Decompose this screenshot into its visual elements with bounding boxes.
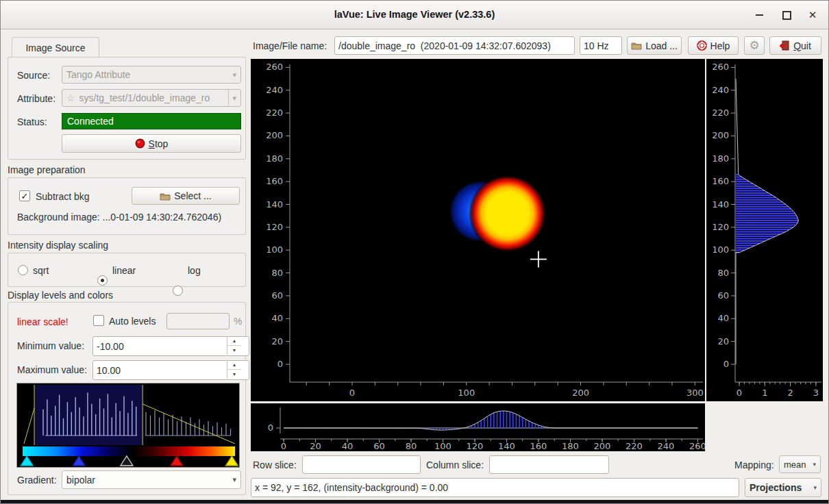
radio-sqrt-label: sqrt [33, 265, 49, 276]
projections-label: Projections [750, 482, 802, 493]
svg-text:240: 240 [712, 85, 729, 95]
svg-text:40: 40 [342, 441, 354, 451]
svg-text:60: 60 [271, 290, 283, 301]
svg-text:120: 120 [266, 222, 283, 232]
row-slice-input[interactable] [302, 455, 421, 474]
min-value-spinbox[interactable]: ▴▾ [92, 336, 241, 355]
min-value-label: Minimum value: [17, 340, 84, 351]
percent-label: % [234, 316, 242, 327]
subtract-bkg-checkbox[interactable]: ✓ [19, 190, 30, 201]
folder-icon [631, 41, 642, 50]
svg-text:100: 100 [434, 441, 451, 451]
load-button[interactable]: Load ... [627, 36, 682, 55]
background-image-info: Background image: ...0-01-09 14:30:24.76… [17, 212, 221, 223]
attribute-label: Attribute: [17, 93, 55, 104]
svg-text:220: 220 [712, 108, 729, 118]
radio-linear-label: linear [112, 265, 136, 276]
projections-combo[interactable]: Projections ▾ [745, 478, 821, 497]
svg-text:0: 0 [268, 423, 273, 433]
tab-image-source[interactable]: Image Source [12, 37, 99, 58]
minimize-icon [756, 14, 763, 16]
check-icon: ✓ [21, 191, 29, 201]
radio-log-label: log [188, 265, 201, 276]
svg-text:160: 160 [266, 176, 283, 186]
close-button[interactable]: ✕ [804, 8, 821, 23]
stop-button[interactable]: Stop [62, 134, 241, 153]
mapping-value: mean [784, 459, 806, 470]
attribute-combo[interactable]: ☆ sys/tg_test/1/double_image_ro ▾ [62, 89, 241, 107]
max-value-spinbox[interactable]: ▴▾ [92, 360, 241, 379]
chevron-down-icon: ▾ [813, 461, 816, 468]
maximize-icon [782, 11, 791, 20]
svg-text:220: 220 [266, 108, 283, 118]
svg-text:40: 40 [271, 313, 283, 323]
quit-label-rest: uit [801, 40, 811, 51]
chevron-down-icon: ▾ [232, 475, 236, 484]
svg-text:300: 300 [686, 388, 704, 398]
spin-down-icon[interactable]: ▾ [227, 345, 241, 355]
chevron-down-icon: ▾ [228, 90, 236, 106]
svg-text:2: 2 [787, 388, 793, 398]
row-projection-plot[interactable]: 0204060801001201401601802002202402600123 [706, 59, 823, 401]
display-levels-panel: linear scale! Auto levels % Minimum valu… [8, 302, 246, 495]
column-slice-label: Column slice: [426, 459, 484, 470]
auto-levels-checkbox[interactable] [93, 315, 104, 326]
min-value-input[interactable] [92, 336, 249, 356]
svg-text:0: 0 [349, 388, 355, 398]
svg-text:60: 60 [373, 441, 385, 451]
select-background-label: Select ... [174, 190, 211, 201]
auto-levels-label: Auto levels [109, 316, 156, 327]
window-bottom-edge [1, 500, 828, 504]
maximize-button[interactable] [778, 8, 795, 23]
radio-linear[interactable] [97, 275, 108, 286]
image-file-name-input[interactable] [334, 36, 575, 55]
gradient-value: bipolar [66, 475, 95, 486]
intensity-scaling-panel: sqrt linear log [8, 253, 246, 287]
svg-text:180: 180 [562, 441, 579, 451]
spin-down-icon[interactable]: ▾ [227, 369, 241, 379]
svg-text:140: 140 [712, 199, 729, 210]
main-image-plot[interactable]: 0204060801001201401601802002202402600100… [251, 59, 705, 401]
help-button[interactable]: Help [688, 36, 739, 55]
spin-up-icon[interactable]: ▴ [227, 336, 241, 345]
levels-histogram-widget[interactable] [16, 383, 240, 468]
svg-text:260: 260 [689, 441, 705, 451]
chevron-down-icon: ▾ [813, 484, 817, 491]
radio-sqrt[interactable] [18, 265, 28, 275]
svg-text:20: 20 [310, 441, 321, 451]
source-label: Source: [17, 70, 50, 81]
image-preparation-panel: ✓ Subtract bkg Select ... Background ima… [8, 177, 246, 235]
help-label: Help [710, 40, 730, 51]
levels-histogram-canvas[interactable] [17, 383, 239, 467]
svg-text:140: 140 [266, 199, 283, 210]
svg-text:260: 260 [712, 62, 729, 72]
source-combo[interactable]: Tango Attribute ▾ [62, 66, 241, 84]
quit-button[interactable]: Quit [769, 36, 821, 55]
svg-text:200: 200 [594, 441, 611, 451]
folder-icon [160, 192, 171, 201]
svg-text:1: 1 [762, 388, 767, 398]
svg-text:120: 120 [712, 222, 729, 232]
subtract-bkg-label: Subtract bkg [36, 191, 90, 202]
column-slice-input[interactable] [489, 455, 609, 474]
auto-levels-percent-input[interactable] [166, 313, 230, 329]
max-value-spin-buttons[interactable]: ▴▾ [227, 360, 241, 379]
spin-up-icon[interactable]: ▴ [227, 360, 241, 369]
svg-text:200: 200 [572, 388, 589, 398]
max-value-input[interactable] [92, 360, 249, 380]
refresh-rate-input[interactable] [580, 36, 622, 55]
svg-text:160: 160 [712, 176, 729, 186]
svg-text:80: 80 [271, 268, 283, 278]
gradient-combo[interactable]: bipolar ▾ [62, 470, 241, 489]
attribute-value: sys/tg_test/1/double_image_ro [79, 92, 210, 103]
settings-button[interactable]: ⚙ [744, 36, 765, 55]
select-background-button[interactable]: Select ... [132, 187, 240, 205]
status-label: Status: [17, 116, 47, 127]
radio-log[interactable] [173, 286, 183, 296]
min-value-spin-buttons[interactable]: ▴▾ [227, 336, 241, 355]
image-source-panel: Source: Tango Attribute ▾ Attribute: ☆ s… [8, 57, 246, 160]
minimize-button[interactable] [750, 8, 768, 23]
mapping-combo[interactable]: mean ▾ [779, 455, 821, 473]
column-projection-plot[interactable]: 0020406080100120140160180200220240260 [251, 403, 705, 451]
source-value: Tango Attribute [66, 69, 130, 80]
